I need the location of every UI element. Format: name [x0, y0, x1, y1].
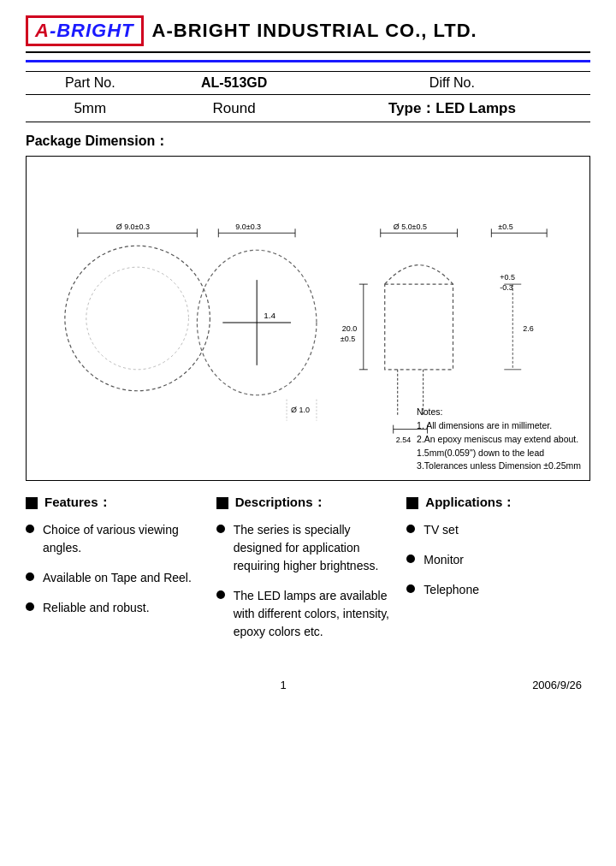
- logo-bright: -BRIGHT: [50, 20, 134, 41]
- header-divider: [26, 51, 590, 53]
- feature-text-1: Available on Tape and Reel.: [43, 569, 192, 587]
- applications-header: Applications：: [406, 495, 590, 511]
- application-text-2: Telephone: [424, 581, 479, 599]
- circle-bullet-icon: [406, 555, 415, 563]
- part-info-table: Part No. AL-513GD Diff No. 5mm Round Typ…: [26, 71, 590, 122]
- svg-point-0: [65, 246, 210, 390]
- header: A-BRIGHT A-BRIGHT INDUSTRIAL CO., LTD.: [26, 15, 590, 46]
- feature-item-1: Available on Tape and Reel.: [26, 569, 210, 587]
- description-item-0: The series is specially designed for app…: [216, 521, 400, 575]
- notes: Notes: 1. All dimensions are in millimet…: [417, 406, 581, 473]
- svg-text:2.6: 2.6: [523, 324, 533, 333]
- description-text-1: The LED lamps are available with differe…: [234, 587, 400, 641]
- footer-date: 2006/9/26: [532, 679, 582, 691]
- feature-text-2: Reliable and robust.: [43, 599, 150, 617]
- svg-text:±0.5: ±0.5: [341, 335, 355, 343]
- application-text-0: TV set: [424, 521, 458, 539]
- features-label: Features：: [44, 495, 111, 511]
- svg-text:9.0±0.3: 9.0±0.3: [235, 222, 261, 231]
- svg-text:+0.5: +0.5: [500, 273, 515, 282]
- type-value: Type：LED Lamps: [314, 95, 590, 122]
- descriptions-header: Descriptions：: [216, 495, 400, 511]
- descriptions-bullet-icon: [216, 497, 228, 509]
- circle-bullet-icon: [406, 584, 415, 593]
- svg-text:1.4: 1.4: [264, 311, 275, 320]
- svg-text:Ø 1.0: Ø 1.0: [291, 406, 310, 414]
- logo-box: A-BRIGHT: [26, 15, 144, 46]
- svg-text:Ø 9.0±0.3: Ø 9.0±0.3: [116, 222, 150, 231]
- circle-bullet-icon: [26, 525, 34, 533]
- package-label: Package Dimension：: [26, 133, 590, 151]
- part-no-label: Part No.: [26, 72, 155, 95]
- features-col: Features： Choice of various viewing angl…: [26, 495, 216, 653]
- notes-line2: 2.An epoxy meniscus may extend about.: [417, 433, 581, 447]
- bottom-sections: Features： Choice of various viewing angl…: [26, 495, 590, 653]
- svg-text:20.0: 20.0: [342, 324, 357, 333]
- svg-text:Ø 5.0±0.5: Ø 5.0±0.5: [394, 222, 427, 231]
- circle-bullet-icon: [26, 572, 34, 581]
- shape-value: Round: [155, 95, 314, 122]
- application-item-1: Monitor: [406, 551, 590, 569]
- circle-bullet-icon: [216, 525, 225, 533]
- notes-line4: 3.Tolerances unless Dimension ±0.25mm: [417, 460, 581, 473]
- applications-bullet-icon: [406, 497, 418, 509]
- svg-point-1: [86, 267, 189, 370]
- part-no-value: AL-513GD: [155, 72, 314, 95]
- descriptions-col: Descriptions： The series is specially de…: [216, 495, 407, 653]
- svg-text:±0.5: ±0.5: [498, 222, 512, 231]
- logo: A-BRIGHT: [35, 20, 134, 42]
- feature-item-2: Reliable and robust.: [26, 599, 210, 617]
- notes-line1: 1. All dimensions are in millimeter.: [417, 419, 581, 433]
- feature-text-0: Choice of various viewing angles.: [43, 521, 210, 557]
- application-item-2: Telephone: [406, 581, 590, 599]
- features-header: Features：: [26, 495, 210, 511]
- circle-bullet-icon: [216, 590, 225, 599]
- description-item-1: The LED lamps are available with differe…: [216, 587, 400, 641]
- circle-bullet-icon: [406, 525, 415, 533]
- applications-label: Applications：: [425, 495, 515, 511]
- features-bullet-icon: [26, 497, 38, 509]
- page-number: 1: [280, 679, 286, 691]
- description-text-0: The series is specially designed for app…: [234, 521, 400, 575]
- svg-rect-6: [385, 284, 453, 370]
- svg-text:2.54: 2.54: [396, 436, 411, 444]
- size-value: 5mm: [26, 95, 155, 122]
- feature-item-0: Choice of various viewing angles.: [26, 521, 210, 557]
- footer: 1 2006/9/26: [26, 679, 590, 691]
- logo-a: A: [35, 20, 50, 41]
- notes-line3: 1.5mm(0.059") down to the lead: [417, 447, 581, 460]
- applications-col: Applications： TV set Monitor Telephone: [406, 495, 590, 653]
- svg-text:-0.3: -0.3: [500, 283, 512, 292]
- diagram-box: 1.4 2.6 +0.5 -0.3 Ø 9.0±0.3 9.0±0.3 Ø 5.…: [26, 156, 590, 481]
- circle-bullet-icon: [26, 602, 34, 611]
- application-item-0: TV set: [406, 521, 590, 539]
- application-text-1: Monitor: [424, 551, 464, 569]
- diff-label: Diff No.: [314, 72, 590, 95]
- descriptions-label: Descriptions：: [235, 495, 326, 511]
- company-name: A-BRIGHT INDUSTRIAL CO., LTD.: [152, 20, 477, 42]
- notes-title: Notes:: [417, 406, 581, 419]
- blue-divider: [26, 60, 590, 62]
